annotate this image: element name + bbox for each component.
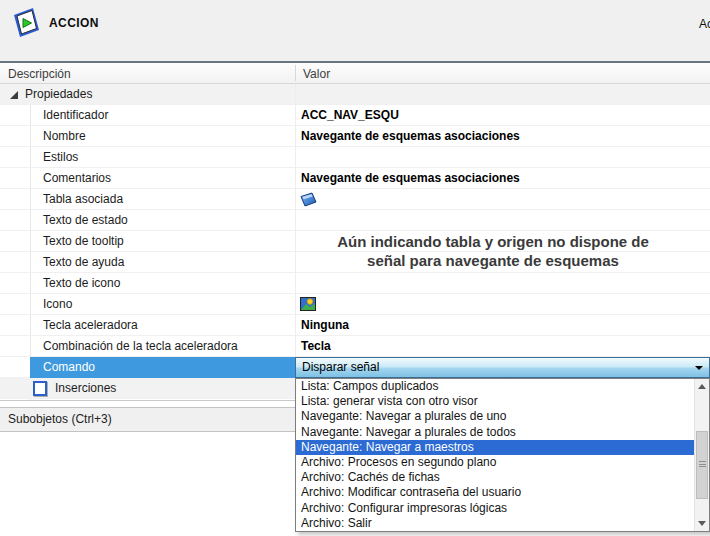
dropdown-item[interactable]: Archivo: Configurar impresoras lógicas bbox=[296, 501, 694, 516]
row-label: Texto de ayuda bbox=[43, 252, 124, 272]
image-icon[interactable] bbox=[300, 297, 316, 315]
row-label: Texto de tooltip bbox=[43, 231, 124, 251]
dropdown-item[interactable]: Archivo: Cachés de fichas bbox=[296, 470, 694, 485]
titlebar: ACCION Ac bbox=[0, 0, 710, 61]
row-propiedades[interactable]: Propiedades bbox=[0, 84, 710, 105]
row-label: Nombre bbox=[43, 126, 86, 146]
row-label: Combinación de la tecla aceleradora bbox=[43, 336, 238, 356]
dropdown-items: Lista: Campos duplicados Lista: generar … bbox=[296, 379, 694, 531]
dropdown-arrow-icon[interactable] bbox=[695, 366, 703, 370]
annotation-line1: Aún indicando tabla y origen no dispone … bbox=[337, 233, 649, 250]
row-label: Tecla aceleradora bbox=[43, 315, 138, 335]
row-label: Texto de estado bbox=[43, 210, 128, 230]
section-label: Propiedades bbox=[25, 84, 92, 104]
scroll-up-icon[interactable] bbox=[698, 384, 706, 389]
annotation-line2: señal para navegante de esquemas bbox=[367, 252, 619, 269]
titlebar-right-text: Ac bbox=[699, 17, 710, 31]
dropdown-scrollbar[interactable] bbox=[694, 379, 709, 531]
dropdown-item[interactable]: Navegante: Navegar a plurales de uno bbox=[296, 409, 694, 424]
column-header-descripcion[interactable]: Descripción bbox=[8, 67, 71, 81]
row-nombre[interactable]: Nombre Navegante de esquemas asociacione… bbox=[0, 126, 710, 147]
row-value[interactable]: ACC_NAV_ESQU bbox=[301, 105, 399, 125]
row-icono[interactable]: Icono bbox=[0, 294, 710, 315]
expand-triangle-icon[interactable] bbox=[10, 91, 18, 99]
annotation-note: Aún indicando tabla y origen no dispone … bbox=[297, 232, 689, 270]
row-tabla-asociada[interactable]: Tabla asociada bbox=[0, 189, 710, 210]
insertions-icon bbox=[33, 381, 47, 396]
row-label: Comando bbox=[43, 357, 95, 377]
table-header: Descripción Valor bbox=[0, 61, 710, 84]
row-texto-de-icono[interactable]: Texto de icono bbox=[0, 273, 710, 294]
row-combinacion-tecla[interactable]: Combinación de la tecla aceleradora Tecl… bbox=[0, 336, 710, 357]
dropdown-item[interactable]: Archivo: Salir bbox=[296, 516, 694, 531]
row-label: Texto de icono bbox=[43, 273, 120, 293]
subobjects-label: Subobjetos (Ctrl+3) bbox=[8, 412, 112, 426]
scroll-down-icon[interactable] bbox=[698, 521, 706, 526]
column-divider[interactable] bbox=[295, 65, 296, 81]
scrollbar-thumb[interactable] bbox=[696, 431, 708, 499]
action-icon bbox=[11, 6, 42, 44]
dropdown-item[interactable]: Navegante: Navegar a plurales de todos bbox=[296, 425, 694, 440]
dropdown-item[interactable]: Lista: generar vista con otro visor bbox=[296, 394, 694, 409]
row-value[interactable]: Navegante de esquemas asociaciones bbox=[301, 168, 520, 188]
row-identificador[interactable]: Identificador ACC_NAV_ESQU bbox=[0, 105, 710, 126]
row-label: Tabla asociada bbox=[43, 189, 123, 209]
dropdown-item[interactable]: Archivo: Modificar contraseña del usuari… bbox=[296, 485, 694, 500]
row-tecla-aceleradora[interactable]: Tecla aceleradora Ninguna bbox=[0, 315, 710, 336]
section-label: Inserciones bbox=[55, 378, 116, 398]
row-value[interactable]: Tecla bbox=[301, 336, 331, 356]
row-value[interactable]: Navegante de esquemas asociaciones bbox=[301, 126, 520, 146]
dropdown-item[interactable]: Lista: Campos duplicados bbox=[296, 379, 694, 394]
combobox-value: Disparar señal bbox=[302, 358, 379, 377]
dropdown-item-selected[interactable]: Navegante: Navegar a maestros bbox=[296, 440, 694, 455]
comando-dropdown-list: Lista: Campos duplicados Lista: generar … bbox=[295, 378, 710, 532]
row-estilos[interactable]: Estilos bbox=[0, 147, 710, 168]
row-label: Estilos bbox=[43, 147, 78, 167]
column-header-valor[interactable]: Valor bbox=[303, 67, 330, 81]
page-title: ACCION bbox=[49, 16, 99, 30]
dropdown-item[interactable]: Archivo: Procesos en segundo plano bbox=[296, 455, 694, 470]
row-label: Identificador bbox=[43, 105, 108, 125]
row-texto-de-estado[interactable]: Texto de estado bbox=[0, 210, 710, 231]
row-label: Icono bbox=[43, 294, 72, 314]
row-value[interactable]: Ninguna bbox=[301, 315, 349, 335]
table-icon[interactable] bbox=[300, 192, 317, 211]
row-comentarios[interactable]: Comentarios Navegante de esquemas asocia… bbox=[0, 168, 710, 189]
scrollbar-grip bbox=[699, 461, 706, 467]
row-comando[interactable]: Comando Disparar señal bbox=[0, 357, 710, 378]
comando-combobox[interactable]: Disparar señal bbox=[295, 357, 710, 378]
row-label: Comentarios bbox=[43, 168, 111, 188]
